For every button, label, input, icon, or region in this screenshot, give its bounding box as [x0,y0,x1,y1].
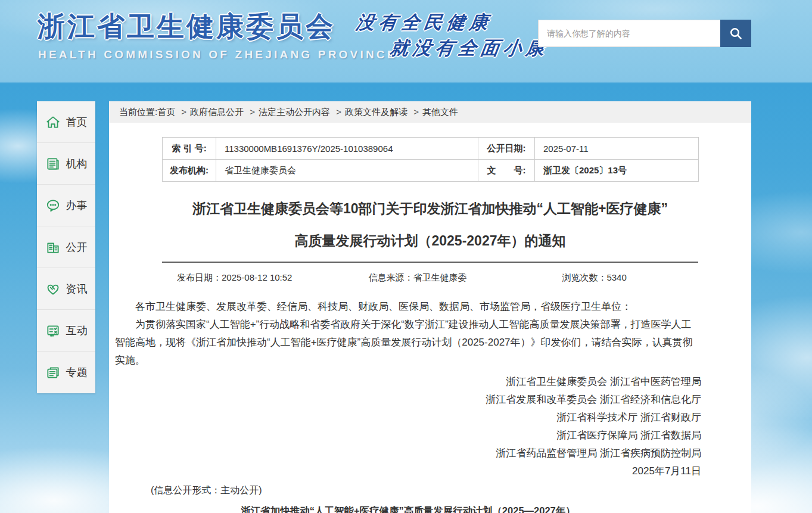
slogan-line-1: 没有全民健康 [354,10,494,35]
sidebar-item-label: 机构 [66,157,88,171]
home-icon [45,114,61,130]
sidebar-item-service[interactable]: 办事 [37,185,95,226]
sidebar-item-label: 公开 [66,240,88,254]
breadcrumb-link-other[interactable]: 其他文件 [422,107,458,117]
doc-number-label: 文 号: [478,160,535,182]
attachment-title: 浙江省加快推动“人工智能+医疗健康”高质量发展行动计划（2025—2027年） [115,503,701,513]
sidebar-item-label: 互动 [66,324,88,338]
site-logo-subtitle: HEALTH COMMISSION OF ZHEJIANG PROVINCE [38,48,397,61]
info-source: 信息来源：省卫生健康委 [368,272,466,284]
article-meta: 发布日期：2025-08-12 10:52 信息来源：省卫生健康委 浏览次数：5… [162,272,698,284]
sidebar-item-home[interactable]: 首页 [37,101,95,143]
sidebar-item-news[interactable]: 资讯 [37,268,95,310]
title-divider [162,262,698,263]
breadcrumb-link-gov-info[interactable]: 政府信息公开 [190,107,244,117]
publish-date-label: 公开日期: [478,138,535,160]
breadcrumb-prefix: 当前位置: [119,107,157,117]
sidebar-nav: 首页 机构 办事 公开 资讯 [37,101,95,393]
sidebar-item-disclosure[interactable]: 公开 [37,226,95,268]
page-background: 浙江省卫生健康委员会 HEALTH COMMISSION OF ZHEJIANG… [0,0,812,513]
slogan-line-2: 就没有全面小康 [388,36,550,61]
article-title-line1: 浙江省卫生健康委员会等10部门关于印发浙江省加快推动“人工智能+医疗健康” [109,197,751,220]
breadcrumb-separator: > [413,107,419,117]
view-count: 浏览次数：5340 [562,272,626,284]
sidebar-item-interact[interactable]: 互动 [37,310,95,352]
breadcrumb: 当前位置:首页 >政府信息公开 >法定主动公开内容 >政策文件及解读 >其他文件 [109,101,751,123]
doc-number-value: 浙卫发〔2025〕13号 [535,160,699,182]
publish-datetime: 发布日期：2025-08-12 10:52 [177,272,292,284]
document-panel: 索 引 号: 11330000MB1691376Y/2025-101038906… [109,123,751,513]
index-number-value: 11330000MB1691376Y/2025-1010389064 [216,138,478,160]
site-logo-title[interactable]: 浙江省卫生健康委员会 [38,8,335,45]
sidebar-item-label: 资讯 [66,282,88,296]
sidebar-item-topics[interactable]: 专题 [37,352,95,393]
signature-line: 浙江省发展和改革委员会 浙江省经济和信息化厅 [115,391,701,409]
main-content: 当前位置:首页 >政府信息公开 >法定主动公开内容 >政策文件及解读 >其他文件… [109,101,751,513]
interact-icon [45,323,61,338]
breadcrumb-separator: > [250,107,255,117]
breadcrumb-link-policy[interactable]: 政策文件及解读 [345,107,407,117]
signature-date: 2025年7月11日 [115,462,701,480]
article-body: 各市卫生健康委、发展改革委、经信局、科技局、财政局、医保局、数据局、市场监管局，… [115,298,701,513]
breadcrumb-link-statutory[interactable]: 法定主动公开内容 [259,107,330,117]
article-title: 浙江省卫生健康委员会等10部门关于印发浙江省加快推动“人工智能+医疗健康” 高质… [109,197,751,252]
issuing-agency-value: 省卫生健康委员会 [216,160,478,182]
article-title-line2: 高质量发展行动计划（2025-2027年）的通知 [109,229,751,252]
breadcrumb-link-home[interactable]: 首页 [157,107,175,117]
signature-line: 浙江省科学技术厅 浙江省财政厅 [115,409,701,427]
signature-line: 浙江省医疗保障局 浙江省数据局 [115,427,701,444]
paragraph-recipients: 各市卫生健康委、发展改革委、经信局、科技局、财政局、医保局、数据局、市场监管局，… [115,298,701,316]
signature-line: 浙江省药品监督管理局 浙江省疾病预防控制局 [115,444,701,462]
sidebar-item-label: 专题 [66,365,88,380]
sidebar-item-label: 办事 [66,198,88,213]
search-input[interactable] [538,20,720,47]
disclosure-note: (信息公开形式：主动公开) [115,483,701,498]
signature-block: 浙江省卫生健康委员会 浙江省中医药管理局 浙江省发展和改革委员会 浙江省经济和信… [115,373,701,480]
sidebar-item-org[interactable]: 机构 [37,143,95,185]
issuing-agency-label: 发布机构: [163,160,216,182]
publish-date-value: 2025-07-11 [535,138,699,160]
breadcrumb-separator: > [181,107,186,117]
search-button[interactable] [720,20,751,47]
paragraph-main: 为贯彻落实国家“人工智能+”行动战略和省委省政府关于深化“数字浙江”建设推动人工… [115,316,701,369]
search-icon [729,26,743,41]
news-icon [45,281,61,297]
breadcrumb-separator: > [336,107,341,117]
org-icon [45,156,61,172]
service-icon [45,198,61,213]
search-box [538,20,751,47]
disclosure-icon [45,240,61,255]
table-row: 发布机构: 省卫生健康委员会 文 号: 浙卫发〔2025〕13号 [163,160,699,182]
index-number-label: 索 引 号: [163,138,216,160]
topics-icon [45,365,61,380]
doc-info-table: 索 引 号: 11330000MB1691376Y/2025-101038906… [162,137,699,182]
signature-line: 浙江省卫生健康委员会 浙江省中医药管理局 [115,373,701,391]
table-row: 索 引 号: 11330000MB1691376Y/2025-101038906… [163,138,699,160]
sidebar-item-label: 首页 [66,115,88,129]
